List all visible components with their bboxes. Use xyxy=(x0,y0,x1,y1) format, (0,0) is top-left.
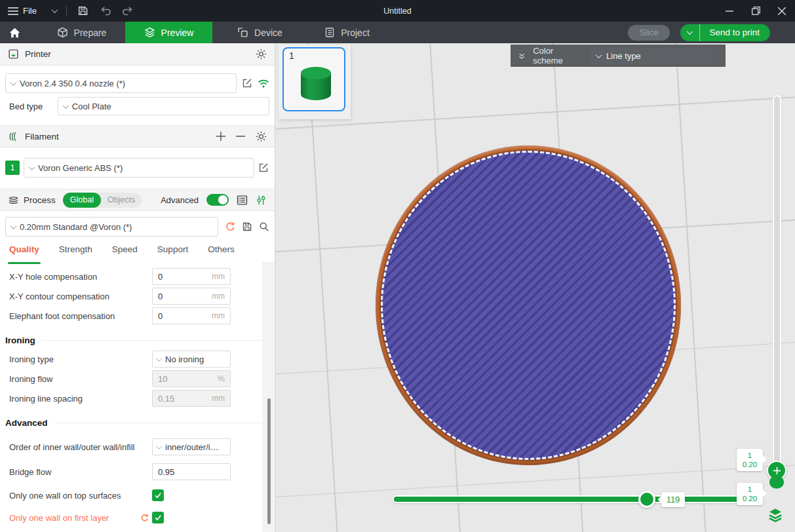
file-menu-button[interactable]: File xyxy=(0,0,43,22)
redo-icon xyxy=(122,6,134,16)
reset-icon xyxy=(225,221,235,232)
filament-section-header: Filament xyxy=(0,125,275,147)
printer-preset-row: Voron 2.4 350 0.4 nozzle (*) xyxy=(5,73,269,93)
close-button[interactable] xyxy=(769,0,795,22)
move-slider-handle[interactable] xyxy=(638,491,655,508)
bed-type-row: Bed type Cool Plate xyxy=(9,97,269,115)
value-input[interactable] xyxy=(153,269,230,284)
save-icon xyxy=(77,5,88,16)
wall-order-select[interactable]: inner/outer/i… xyxy=(152,438,231,455)
tab-others[interactable]: Others xyxy=(208,244,235,264)
file-menu-label: File xyxy=(23,6,37,16)
only-one-wall-top-checkbox[interactable] xyxy=(152,489,164,501)
edit-filament-button[interactable] xyxy=(258,162,269,173)
reset-setting-button[interactable] xyxy=(140,514,149,522)
wall-order-value: inner/outer/i… xyxy=(165,442,219,452)
setting-label: Only one wall on top surfaces xyxy=(9,491,152,501)
add-filament-button[interactable] xyxy=(216,132,225,141)
slice-button[interactable]: Slice xyxy=(628,25,670,41)
setting-label: Ironing flow xyxy=(9,374,152,384)
only-one-wall-first-layer-checkbox[interactable] xyxy=(152,512,164,523)
printer-settings-button[interactable] xyxy=(256,48,267,60)
setting-row: Ironing flow % xyxy=(0,369,275,389)
xy-contour-compensation-input[interactable]: mm xyxy=(152,288,231,305)
advanced-toggle[interactable] xyxy=(206,194,229,206)
printer-preset-select[interactable]: Voron 2.4 350 0.4 nozzle (*) xyxy=(5,73,237,93)
minimize-button[interactable] xyxy=(716,0,743,22)
tab-project[interactable]: Project xyxy=(303,22,391,43)
color-scheme-value: Line type xyxy=(606,51,641,61)
tab-device[interactable]: Device xyxy=(216,22,303,43)
process-preset-select[interactable]: 0.20mm Standard @Voron (*) xyxy=(5,217,218,237)
plate-list: 1 xyxy=(279,45,351,119)
restore-button[interactable] xyxy=(743,0,769,22)
redo-button[interactable] xyxy=(117,3,139,20)
collapse-double-chevron-icon[interactable] xyxy=(517,51,526,61)
parameter-list-button[interactable] xyxy=(237,195,248,206)
xy-hole-compensation-input[interactable]: mm xyxy=(152,268,231,285)
filament-slot-badge[interactable]: 1 xyxy=(5,161,20,175)
move-slider-track[interactable] xyxy=(393,495,758,503)
home-button[interactable] xyxy=(0,22,29,43)
undo-button[interactable] xyxy=(94,3,117,20)
remove-filament-button[interactable] xyxy=(236,132,245,141)
printer-preset-value: Voron 2.4 350 0.4 nozzle (*) xyxy=(20,79,125,88)
group-title-text: Ironing xyxy=(5,335,35,345)
spacer xyxy=(391,22,628,43)
layers-icon xyxy=(144,27,155,38)
wifi-icon[interactable] xyxy=(258,79,269,88)
layer-upper-height: 0.20 xyxy=(743,460,757,469)
setting-label: Ironing line spacing xyxy=(9,394,152,404)
filament-preset-select[interactable]: Voron Generic ABS (*) xyxy=(24,158,254,178)
chevron-down-icon xyxy=(29,164,35,170)
sliced-layer-infill xyxy=(381,151,676,460)
tune-parameters-button[interactable] xyxy=(256,195,267,206)
tab-speed[interactable]: Speed xyxy=(112,244,138,264)
layer-slider-track[interactable] xyxy=(773,95,781,489)
ironing-type-select[interactable]: No ironing xyxy=(152,351,231,368)
value-input[interactable] xyxy=(153,288,230,304)
panel-scrollbar-thumb[interactable] xyxy=(267,398,271,524)
chevron-down-icon xyxy=(10,79,17,86)
search-parameter-button[interactable] xyxy=(259,221,269,232)
scope-global-button[interactable]: Global xyxy=(63,193,101,208)
setting-label: Elephant foot compensation xyxy=(9,311,152,321)
layer-view-mode-button[interactable] xyxy=(766,506,785,524)
setting-row: Order of inner wall/outer wall/infill in… xyxy=(0,432,275,462)
list-icon xyxy=(237,195,248,206)
scope-objects-button[interactable]: Objects xyxy=(101,195,142,204)
filament-settings-button[interactable] xyxy=(256,131,267,142)
sliced-layer-outer-wall xyxy=(376,145,681,465)
edit-printer-button[interactable] xyxy=(242,78,252,88)
chevron-down-icon[interactable] xyxy=(52,7,58,13)
tab-prepare[interactable]: Prepare xyxy=(38,22,125,43)
elephant-foot-compensation-input[interactable]: mm xyxy=(152,307,231,324)
save-preset-button[interactable] xyxy=(242,221,252,232)
send-options-button[interactable] xyxy=(680,24,700,41)
ironing-type-value: No ironing xyxy=(165,354,204,364)
color-scheme-select[interactable]: Line type xyxy=(591,48,719,64)
toggle-knob xyxy=(218,195,227,204)
bridge-flow-input[interactable] xyxy=(152,463,231,480)
tab-preview[interactable]: Preview xyxy=(125,22,212,43)
save-button[interactable] xyxy=(72,3,94,20)
layer-slider-handle[interactable] xyxy=(769,476,784,489)
setting-label: Order of inner wall/outer wall/infill xyxy=(9,442,152,453)
gear-icon xyxy=(256,131,267,142)
plate-thumbnail[interactable]: 1 xyxy=(282,47,345,111)
value-input[interactable] xyxy=(153,308,230,324)
bed-type-select[interactable]: Cool Plate xyxy=(58,97,269,115)
reset-preset-button[interactable] xyxy=(225,221,235,232)
tab-strength[interactable]: Strength xyxy=(59,244,92,264)
process-scope-toggle: Global Objects xyxy=(63,193,142,208)
send-to-print-button[interactable]: Send to print xyxy=(680,24,770,41)
tab-quality[interactable]: Quality xyxy=(9,244,39,264)
tab-support[interactable]: Support xyxy=(157,244,188,264)
settings-panel: Printer Voron 2.4 350 0.4 nozzle (*) xyxy=(0,43,275,532)
device-icon xyxy=(237,27,248,38)
layer-upper-badge: 1 0.20 xyxy=(737,449,763,471)
check-icon xyxy=(154,491,162,499)
home-icon xyxy=(9,27,21,39)
value-input[interactable] xyxy=(153,464,230,480)
preview-viewport[interactable]: 1 Color scheme Line type 119 1 xyxy=(276,43,795,532)
